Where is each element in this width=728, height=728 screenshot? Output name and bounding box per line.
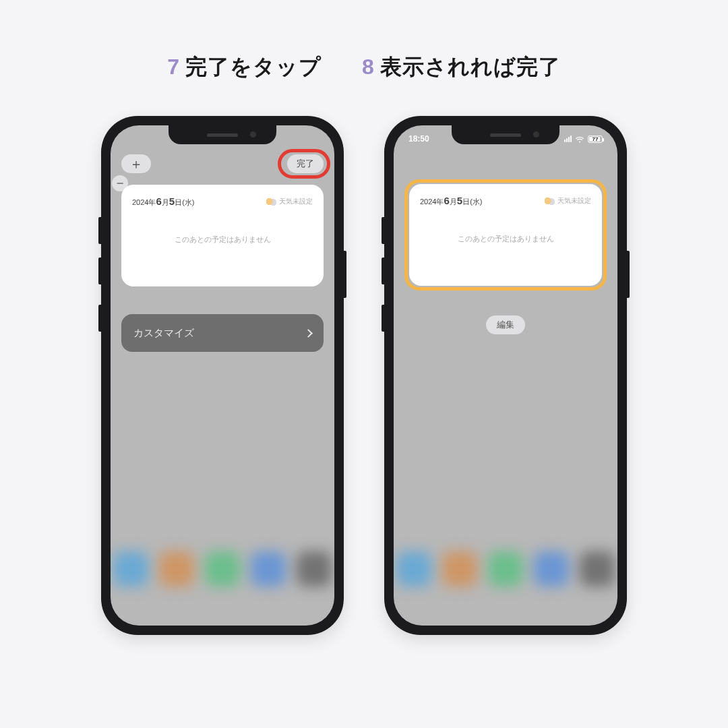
dock-blurred	[394, 551, 617, 605]
weather-icon	[266, 198, 276, 206]
phone-step8: 18:50 77 2024年6月5日(水) 天気未設定	[384, 116, 627, 635]
camera-icon	[533, 131, 539, 138]
widget-empty-message: このあとの予定はありません	[132, 208, 313, 272]
dock-app-icon	[205, 551, 240, 586]
calendar-widget[interactable]: 2024年6月5日(水) 天気未設定 このあとの予定はありません	[409, 184, 602, 286]
status-time: 18:50	[408, 134, 429, 144]
step7-heading: 7完了をタップ	[167, 53, 322, 82]
notch	[169, 125, 276, 144]
widget-date: 2024年6月5日(水)	[420, 195, 483, 207]
widget-header: 2024年6月5日(水) 天気未設定	[420, 195, 591, 207]
speaker-icon	[207, 133, 238, 137]
speaker-icon	[490, 133, 521, 137]
dock-app-icon	[488, 551, 523, 586]
notch	[452, 125, 559, 144]
step8-heading: 8表示されれば完了	[362, 53, 561, 82]
dock-app-icon	[580, 551, 615, 586]
step7-number: 7	[167, 55, 180, 79]
dock-app-icon	[251, 551, 286, 586]
step8-number: 8	[362, 55, 375, 79]
customize-button[interactable]: カスタマイズ	[121, 314, 324, 352]
screen-step8: 18:50 77 2024年6月5日(水) 天気未設定	[394, 125, 617, 626]
calendar-widget[interactable]: 2024年6月5日(水) 天気未設定 このあとの予定はありません	[121, 185, 324, 286]
camera-icon	[250, 131, 256, 138]
chevron-right-icon	[304, 329, 313, 338]
step8-title: 表示されれば完了	[380, 55, 561, 79]
customize-label: カスタマイズ	[133, 327, 194, 340]
dock-app-icon	[297, 551, 332, 586]
signal-icon	[564, 135, 572, 142]
status-right: 77	[564, 135, 603, 143]
dock-app-icon	[159, 551, 194, 586]
widget-date: 2024年6月5日(水)	[132, 195, 195, 208]
weather-icon	[544, 197, 555, 205]
add-widget-button[interactable]: ＋	[121, 154, 151, 173]
weather-label: 天気未設定	[557, 196, 591, 206]
battery-icon: 77	[588, 135, 603, 143]
widget-empty-message: このあとの予定はありません	[420, 207, 591, 271]
widget-container: − 2024年6月5日(水) 天気未設定 このあとの予定はありません	[121, 185, 324, 286]
screen-step7: ＋ 完了 − 2024年6月5日(水) 天気未設定	[111, 125, 334, 626]
phone-step7: ＋ 完了 − 2024年6月5日(水) 天気未設定	[101, 116, 344, 635]
weather-label: 天気未設定	[279, 197, 313, 206]
dock-app-icon	[396, 551, 431, 586]
widget-weather: 天気未設定	[544, 196, 591, 206]
step7-title: 完了をタップ	[185, 55, 322, 79]
widget-container-highlighted: 2024年6月5日(水) 天気未設定 このあとの予定はありません	[404, 179, 607, 291]
dock-app-icon	[442, 551, 477, 586]
edit-button[interactable]: 編集	[486, 315, 525, 334]
highlight-ring-red	[278, 149, 330, 179]
widget-header: 2024年6月5日(水) 天気未設定	[132, 195, 313, 208]
widget-weather: 天気未設定	[266, 197, 313, 206]
dock-blurred	[111, 551, 334, 605]
dock-app-icon	[534, 551, 569, 586]
wifi-icon	[575, 135, 584, 143]
dock-app-icon	[113, 551, 148, 586]
